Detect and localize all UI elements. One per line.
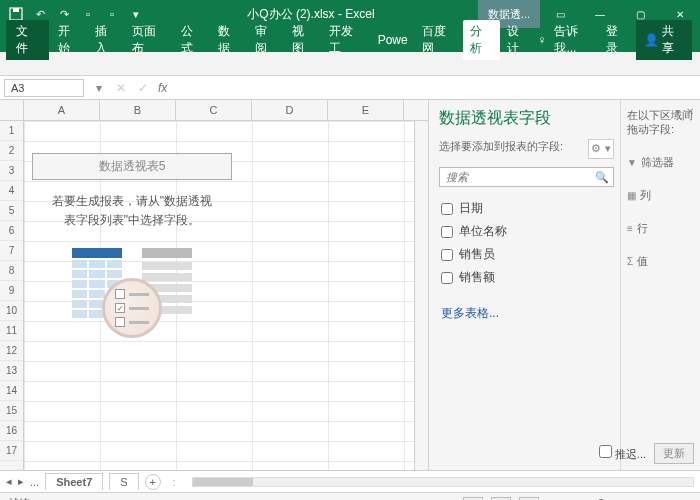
- pivot-field-pane: ▾ ✕ 数据透视表字段 选择要添加到报表的字段: ⚙ ▾ 🔍 日期 单位名称 销…: [428, 100, 700, 470]
- vertical-scrollbar[interactable]: [414, 121, 428, 470]
- row-header[interactable]: 10: [0, 301, 23, 321]
- col-header[interactable]: B: [100, 100, 176, 120]
- zone-columns[interactable]: ▦列: [627, 188, 694, 203]
- tab-nav-first-icon[interactable]: ◂: [6, 475, 12, 488]
- tab-analyze[interactable]: 分析: [463, 20, 500, 60]
- row-header[interactable]: 11: [0, 321, 23, 341]
- tab-power[interactable]: Powe: [371, 30, 415, 50]
- tell-me[interactable]: 告诉我...: [554, 23, 597, 57]
- values-icon: Σ: [627, 256, 633, 267]
- field-checkbox[interactable]: 日期: [439, 197, 614, 220]
- login-link[interactable]: 登录: [606, 23, 629, 57]
- cell-grid[interactable]: 数据透视表5 若要生成报表，请从"数据透视 表字段列表"中选择字段。: [24, 121, 414, 470]
- row-header[interactable]: 15: [0, 401, 23, 421]
- row-header[interactable]: 2: [0, 141, 23, 161]
- new-sheet-icon[interactable]: +: [145, 474, 161, 490]
- view-pagelayout-icon[interactable]: [491, 497, 511, 501]
- row-header[interactable]: 1: [0, 121, 23, 141]
- col-header[interactable]: A: [24, 100, 100, 120]
- file-tab[interactable]: 文件: [6, 20, 49, 60]
- row-header[interactable]: 12: [0, 341, 23, 361]
- tab-view[interactable]: 视图: [285, 20, 322, 60]
- more-tables-link[interactable]: 更多表格...: [439, 301, 614, 326]
- field-checkbox[interactable]: 销售额: [439, 266, 614, 289]
- row-header[interactable]: 3: [0, 161, 23, 181]
- zone-values[interactable]: Σ值: [627, 254, 694, 269]
- search-icon[interactable]: 🔍: [591, 168, 613, 186]
- select-all-corner[interactable]: [0, 100, 24, 120]
- sheet-tab[interactable]: S: [109, 473, 138, 490]
- tab-nav-prev-icon[interactable]: ▸: [18, 475, 24, 488]
- pane-title: 数据透视表字段: [439, 108, 614, 129]
- view-normal-icon[interactable]: [463, 497, 483, 501]
- tab-pagelayout[interactable]: 页面布: [125, 20, 174, 60]
- field-search[interactable]: 🔍: [439, 167, 614, 187]
- search-input[interactable]: [440, 168, 591, 186]
- col-header[interactable]: E: [328, 100, 404, 120]
- row-header[interactable]: 14: [0, 381, 23, 401]
- tab-formulas[interactable]: 公式: [174, 20, 211, 60]
- row-header[interactable]: 16: [0, 421, 23, 441]
- field-checkbox[interactable]: 单位名称: [439, 220, 614, 243]
- zone-filters[interactable]: ▼筛选器: [627, 155, 694, 170]
- row-header[interactable]: 8: [0, 261, 23, 281]
- update-button[interactable]: 更新: [654, 443, 694, 464]
- name-box[interactable]: A3: [4, 79, 84, 97]
- rows-icon: ≡: [627, 223, 633, 234]
- col-header[interactable]: D: [252, 100, 328, 120]
- tab-data[interactable]: 数据: [211, 20, 248, 60]
- status-ready: 就绪: [8, 496, 30, 500]
- row-headers: 1 2 3 4 5 6 7 8 9 10 11 12 13 14 15 16 1…: [0, 121, 24, 470]
- tab-baidu[interactable]: 百度网: [415, 20, 464, 60]
- row-header[interactable]: 9: [0, 281, 23, 301]
- namebox-dropdown-icon[interactable]: ▾: [88, 81, 110, 95]
- row-header[interactable]: 5: [0, 201, 23, 221]
- enter-icon[interactable]: ✓: [132, 81, 154, 95]
- row-header[interactable]: 4: [0, 181, 23, 201]
- field-checkbox[interactable]: 销售员: [439, 243, 614, 266]
- row-header[interactable]: 17: [0, 441, 23, 461]
- gear-icon[interactable]: ⚙ ▾: [588, 139, 614, 159]
- row-header[interactable]: 6: [0, 221, 23, 241]
- sheet-tab[interactable]: Sheet7: [45, 473, 103, 490]
- col-header[interactable]: C: [176, 100, 252, 120]
- tab-home[interactable]: 开始: [51, 20, 88, 60]
- pane-close-icon[interactable]: ✕: [686, 106, 694, 117]
- pane-options-icon[interactable]: ▾: [675, 106, 680, 117]
- fx-icon[interactable]: fx: [158, 81, 167, 95]
- pivot-placeholder: 数据透视表5 若要生成报表，请从"数据透视 表字段列表"中选择字段。: [32, 153, 232, 318]
- tab-nav-more[interactable]: ...: [30, 476, 39, 488]
- placeholder-title: 数据透视表5: [32, 153, 232, 180]
- defer-checkbox[interactable]: 推迟...: [599, 445, 646, 462]
- svg-rect-1: [13, 8, 19, 12]
- filter-icon: ▼: [627, 157, 637, 168]
- horizontal-scrollbar[interactable]: [192, 477, 694, 487]
- row-header[interactable]: 7: [0, 241, 23, 261]
- tellme-icon: ♀: [537, 33, 546, 47]
- tab-design[interactable]: 设计: [500, 20, 537, 60]
- tab-insert[interactable]: 插入: [88, 20, 125, 60]
- share-button[interactable]: 👤 共享: [636, 20, 692, 60]
- zone-rows[interactable]: ≡行: [627, 221, 694, 236]
- view-pagebreak-icon[interactable]: [519, 497, 539, 501]
- row-header[interactable]: 13: [0, 361, 23, 381]
- pane-subtitle: 选择要添加到报表的字段:: [439, 139, 563, 154]
- share-icon: 👤: [644, 33, 659, 47]
- placeholder-illustration: ✓: [32, 248, 232, 318]
- cancel-icon[interactable]: ✕: [110, 81, 132, 95]
- tab-review[interactable]: 审阅: [248, 20, 285, 60]
- tab-developer[interactable]: 开发工: [322, 20, 371, 60]
- columns-icon: ▦: [627, 190, 636, 201]
